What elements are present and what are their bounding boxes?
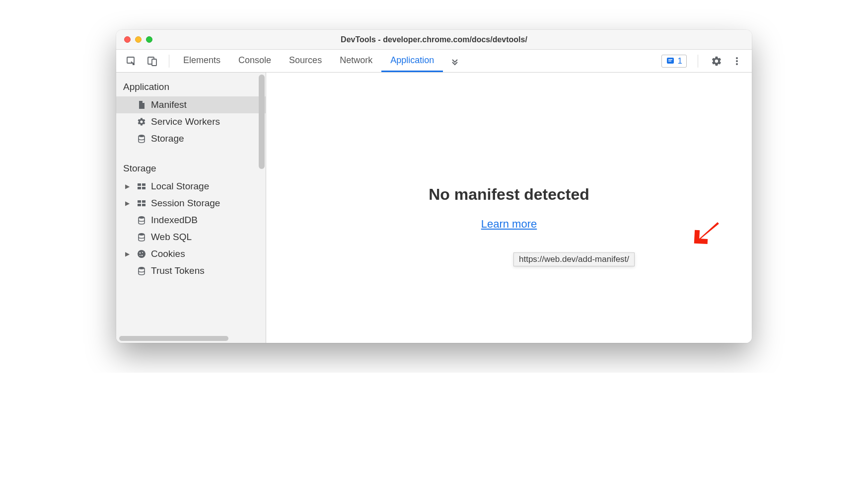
tab-elements[interactable]: Elements — [174, 50, 229, 72]
sidebar-item-local-storage[interactable]: ▶ Local Storage — [116, 178, 266, 195]
svg-rect-16 — [138, 204, 141, 206]
section-header-storage: Storage — [116, 158, 266, 178]
database-icon — [136, 233, 147, 242]
sidebar-item-manifest[interactable]: ▶ Manifest — [116, 96, 266, 113]
sidebar-item-label: Manifest — [151, 99, 187, 110]
svg-rect-4 — [668, 59, 672, 60]
section-header-application: Application — [116, 77, 266, 96]
database-icon — [136, 216, 147, 225]
sidebar-item-label: IndexedDB — [151, 215, 198, 226]
issues-button[interactable]: 1 — [661, 55, 687, 68]
close-button[interactable] — [124, 36, 131, 43]
zoom-button[interactable] — [146, 36, 152, 43]
devtools-window: DevTools - developer.chrome.com/docs/dev… — [116, 30, 752, 343]
svg-point-8 — [736, 63, 738, 65]
sidebar-item-indexeddb[interactable]: ▶ IndexedDB — [116, 212, 266, 229]
main-panel: No manifest detected Learn more https://… — [266, 73, 752, 343]
device-toolbar-icon[interactable] — [145, 54, 160, 69]
svg-rect-5 — [668, 61, 671, 62]
tab-sources[interactable]: Sources — [280, 50, 331, 72]
inspect-element-icon[interactable] — [124, 54, 139, 69]
minimize-button[interactable] — [135, 36, 142, 43]
svg-rect-2 — [152, 59, 156, 66]
svg-rect-14 — [138, 200, 141, 203]
file-icon — [136, 100, 147, 109]
sidebar-item-label: Storage — [151, 133, 184, 144]
svg-rect-11 — [142, 183, 145, 186]
database-icon — [136, 134, 147, 143]
devtools-toolbar: Elements Console Sources Network Applica… — [116, 50, 752, 73]
sidebar-item-service-workers[interactable]: ▶ Service Workers — [116, 113, 266, 130]
issues-count: 1 — [678, 56, 682, 66]
sidebar-item-label: Service Workers — [151, 116, 220, 127]
svg-point-21 — [140, 252, 141, 254]
svg-rect-10 — [138, 183, 141, 186]
sidebar-item-trust-tokens[interactable]: ▶ Trust Tokens — [116, 262, 266, 279]
link-tooltip: https://web.dev/add-manifest/ — [513, 252, 635, 266]
svg-point-18 — [139, 216, 145, 219]
sidebar-item-websql[interactable]: ▶ Web SQL — [116, 229, 266, 246]
svg-point-6 — [736, 57, 738, 59]
sidebar-item-storage[interactable]: ▶ Storage — [116, 130, 266, 147]
svg-rect-17 — [142, 204, 145, 206]
window-title: DevTools - developer.chrome.com/docs/dev… — [116, 35, 752, 44]
database-icon — [136, 266, 147, 275]
sidebar-item-label: Trust Tokens — [151, 265, 205, 276]
svg-rect-0 — [127, 57, 134, 63]
gear-icon — [136, 117, 147, 126]
titlebar: DevTools - developer.chrome.com/docs/dev… — [116, 30, 752, 50]
svg-point-19 — [139, 233, 145, 236]
tab-application[interactable]: Application — [381, 50, 443, 72]
svg-rect-15 — [142, 200, 145, 203]
cookie-icon — [136, 249, 147, 258]
sidebar-item-label: Web SQL — [151, 232, 192, 243]
caret-icon[interactable]: ▶ — [125, 183, 132, 190]
more-tabs-icon[interactable] — [443, 56, 467, 66]
svg-point-7 — [736, 60, 738, 62]
svg-rect-13 — [142, 187, 145, 189]
content-area: Application ▶ Manifest ▶ Service Workers… — [116, 73, 752, 343]
sidebar-item-cookies[interactable]: ▶ Cookies — [116, 246, 266, 262]
caret-icon[interactable]: ▶ — [125, 200, 132, 207]
horizontal-scrollbar[interactable] — [119, 336, 228, 341]
sidebar-item-session-storage[interactable]: ▶ Session Storage — [116, 195, 266, 212]
tab-network[interactable]: Network — [331, 50, 381, 72]
divider — [698, 55, 698, 68]
svg-point-22 — [142, 252, 143, 253]
svg-point-23 — [142, 255, 143, 256]
settings-icon[interactable] — [709, 54, 724, 69]
application-sidebar: Application ▶ Manifest ▶ Service Workers… — [116, 73, 266, 343]
sidebar-item-label: Local Storage — [151, 181, 209, 192]
tab-console[interactable]: Console — [229, 50, 280, 72]
svg-point-20 — [138, 250, 145, 258]
mac-traffic-lights — [124, 36, 152, 43]
svg-point-24 — [140, 255, 141, 256]
panel-tabs: Elements Console Sources Network Applica… — [174, 50, 443, 72]
grid-icon — [136, 182, 147, 191]
empty-state-heading: No manifest detected — [429, 185, 589, 204]
sidebar-item-label: Cookies — [151, 248, 185, 259]
sidebar-item-label: Session Storage — [151, 198, 220, 209]
caret-icon[interactable]: ▶ — [125, 250, 132, 257]
divider — [169, 55, 169, 68]
grid-icon — [136, 199, 147, 208]
kebab-menu-icon[interactable] — [730, 54, 744, 68]
learn-more-link[interactable]: Learn more — [481, 218, 537, 231]
svg-rect-12 — [138, 187, 141, 189]
svg-point-25 — [139, 267, 145, 269]
svg-point-9 — [139, 135, 145, 137]
annotation-arrow-icon — [692, 217, 722, 246]
vertical-scrollbar[interactable] — [259, 75, 265, 169]
